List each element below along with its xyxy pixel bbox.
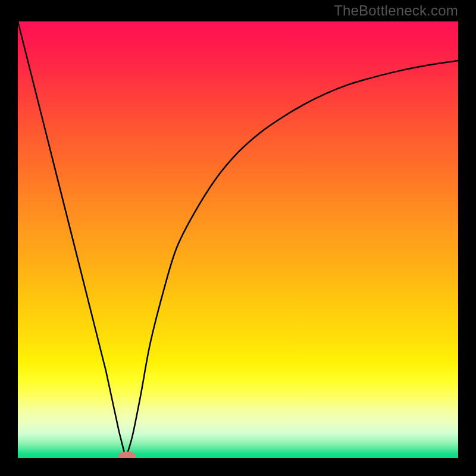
curve-svg	[18, 21, 458, 458]
plot-area	[18, 21, 458, 458]
attribution-text: TheBottleneck.com	[334, 2, 458, 19]
minimum-marker	[118, 452, 136, 458]
bottleneck-curve	[18, 21, 458, 458]
